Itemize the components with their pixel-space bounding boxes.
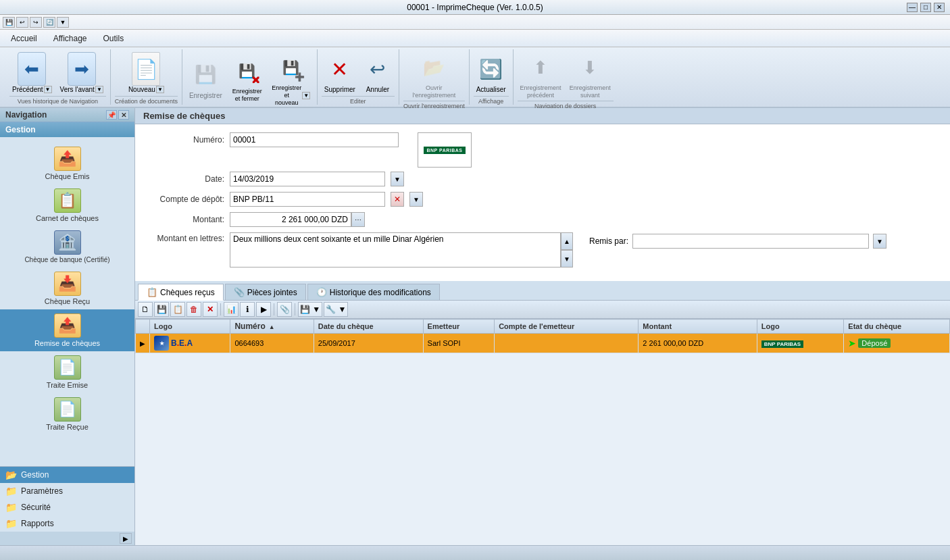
enreg-nouveau-dropdown[interactable]: ▼ bbox=[302, 92, 310, 99]
grid-btn-link[interactable]: 📎 bbox=[277, 302, 292, 317]
expand-icon[interactable]: ▶ bbox=[140, 340, 145, 347]
precedent-button[interactable]: ⬅ Précédent ▼ bbox=[9, 51, 55, 95]
remis-par-container: Remis par: ▼ bbox=[589, 234, 886, 249]
save-quick-btn[interactable]: 💾 bbox=[3, 17, 15, 28]
col-emetteur[interactable]: Emetteur bbox=[423, 320, 495, 334]
nav-item-remise-cheques[interactable]: 📤 Remise de chèques bbox=[0, 309, 134, 351]
remis-par-dropdown-btn[interactable]: ▼ bbox=[873, 234, 886, 249]
cell-montant: 2 261 000,00 DZD bbox=[639, 334, 757, 353]
vers-avant-dropdown[interactable]: ▼ bbox=[95, 86, 103, 93]
tab-pieces-jointes[interactable]: 📎 Pièces jointes bbox=[225, 284, 306, 300]
nav-expand-button[interactable]: ▶ bbox=[120, 533, 132, 544]
actualiser-button[interactable]: 🔄 Actualiser bbox=[474, 51, 509, 95]
data-grid-container: Logo Numéro ▲ Date du chèque Emetteur Co… bbox=[135, 319, 950, 353]
dropdown-quick-btn[interactable]: ▼ bbox=[57, 17, 69, 28]
nav-footer-rapports[interactable]: 📁 Rapports bbox=[0, 515, 134, 532]
numero-input[interactable] bbox=[230, 132, 399, 147]
tab-historique[interactable]: 🕐 Historique des modifications bbox=[307, 284, 440, 300]
col-numero[interactable]: Numéro ▲ bbox=[230, 320, 314, 334]
montant-input[interactable] bbox=[230, 212, 351, 227]
annuler-button[interactable]: ↩ Annuler bbox=[361, 51, 395, 95]
enreg-precedent-button[interactable]: ⬆ Enregistrementprécédent bbox=[518, 49, 564, 101]
etat-badge: ➤ Déposé bbox=[848, 338, 945, 349]
nav-footer-gestion-label: Gestion bbox=[21, 470, 49, 480]
cell-compte bbox=[495, 334, 639, 353]
redo-quick-btn[interactable]: ↪ bbox=[30, 17, 42, 28]
nav-footer: 📂 Gestion 📁 Paramètres 📁 Sécurité 📁 Rapp… bbox=[0, 466, 134, 545]
arrow-icon: ➤ bbox=[848, 338, 856, 349]
editer-group-label: Editer bbox=[322, 96, 395, 105]
nav-item-cheque-recu[interactable]: 📥 Chèque Reçu bbox=[0, 268, 134, 309]
grid-btn-play[interactable]: ▶ bbox=[256, 302, 271, 317]
grid-btn-tools-dropdown[interactable]: 🔧 ▼ bbox=[324, 302, 348, 317]
scroll-up-btn[interactable]: ▲ bbox=[561, 232, 573, 250]
cell-emetteur: Sarl SOPI bbox=[423, 334, 495, 353]
grid-btn-delete-red[interactable]: 🗑 bbox=[186, 302, 201, 317]
scroll-down-btn[interactable]: ▼ bbox=[561, 250, 573, 268]
nouveau-button[interactable]: 📄 Nouveau ▼ bbox=[126, 51, 167, 95]
close-button[interactable]: ✕ bbox=[934, 3, 945, 12]
date-dropdown-btn[interactable]: ▼ bbox=[391, 172, 404, 186]
remis-par-input[interactable] bbox=[632, 234, 869, 249]
table-row[interactable]: ▶ ★ B.E.A 0664693 25/09/2017 Sarl SOPI bbox=[136, 334, 950, 353]
nav-footer-securite[interactable]: 📁 Sécurité bbox=[0, 499, 134, 515]
tabs-bar: 📋 Chèques reçus 📎 Pièces jointes 🕐 Histo… bbox=[135, 281, 950, 301]
content-header-title: Remise de chèques bbox=[135, 108, 950, 124]
compte-dropdown-btn[interactable]: ▼ bbox=[409, 192, 423, 207]
folder-icon-parametres: 📁 bbox=[5, 486, 17, 497]
nav-item-cheque-banque[interactable]: 🏦 Chèque de banque (Certifié) bbox=[0, 226, 134, 268]
enregistrer-fermer-button[interactable]: 💾 🗙 Enregistreret fermer bbox=[228, 53, 267, 104]
nav-item-traite-emise[interactable]: 📄 Traite Emise bbox=[0, 351, 134, 393]
tab-cheques-recus[interactable]: 📋 Chèques reçus bbox=[138, 284, 224, 301]
title-text: 00001 - ImprimeCheque (Ver. 1.0.0.5) bbox=[407, 3, 543, 12]
nouveau-dropdown[interactable]: ▼ bbox=[156, 86, 164, 93]
nav-footer-gestion[interactable]: 📂 Gestion bbox=[0, 467, 134, 483]
undo-quick-btn[interactable]: ↩ bbox=[16, 17, 28, 28]
precedent-dropdown[interactable]: ▼ bbox=[44, 86, 52, 93]
window-controls: — □ ✕ bbox=[907, 3, 945, 12]
nav-footer-parametres[interactable]: 📁 Paramètres bbox=[0, 483, 134, 499]
row-expander[interactable]: ▶ bbox=[136, 334, 150, 353]
refresh-quick-btn[interactable]: 🔄 bbox=[43, 17, 55, 28]
quick-access-toolbar: 💾 ↩ ↪ 🔄 ▼ bbox=[0, 15, 950, 30]
grid-btn-save[interactable]: 💾 bbox=[154, 302, 169, 317]
minimize-button[interactable]: — bbox=[907, 3, 918, 12]
grid-btn-new[interactable]: 🗋 bbox=[138, 302, 153, 317]
enreg-suivant-button[interactable]: ⬇ Enregistrementsuivant bbox=[567, 49, 614, 101]
date-input[interactable] bbox=[230, 172, 385, 186]
col-date-cheque[interactable]: Date du chèque bbox=[314, 320, 423, 334]
vers-avant-button[interactable]: ➡ Vers l'avant ▼ bbox=[57, 51, 106, 95]
nav-section-gestion: Gestion bbox=[0, 122, 134, 137]
enregistrer-nouveau-button[interactable]: 💾 ➕ Enregistreret nouveau ▼ bbox=[270, 49, 313, 107]
grid-btn-save-dropdown[interactable]: 💾 ▼ bbox=[298, 302, 322, 317]
compte-depot-input[interactable] bbox=[230, 192, 385, 207]
grid-btn-info[interactable]: ℹ bbox=[240, 302, 255, 317]
col-logo[interactable]: Logo bbox=[150, 320, 230, 334]
nav-item-cheque-emis[interactable]: 📤 Chèque Emis bbox=[0, 143, 134, 184]
grid-btn-copy[interactable]: 📋 bbox=[170, 302, 185, 317]
compte-clear-btn[interactable]: ✕ bbox=[391, 192, 404, 207]
ouvrir-button[interactable]: 📂 Ouvrirl'enregistrement bbox=[409, 49, 458, 101]
col-logo2[interactable]: Logo bbox=[757, 320, 844, 334]
sort-arrow: ▲ bbox=[269, 324, 275, 330]
tab-pieces-icon: 📎 bbox=[234, 287, 245, 297]
col-compte-emetteur[interactable]: Compte de l'emetteur bbox=[495, 320, 639, 334]
supprimer-button[interactable]: ✕ Supprimer bbox=[322, 51, 358, 95]
menu-accueil[interactable]: Accueil bbox=[3, 32, 45, 45]
col-montant[interactable]: Montant bbox=[639, 320, 757, 334]
nav-item-carnet-cheques[interactable]: 📋 Carnet de chèques bbox=[0, 184, 134, 226]
menu-outils[interactable]: Outils bbox=[95, 32, 132, 45]
grid-btn-table[interactable]: 📊 bbox=[224, 302, 239, 317]
nav-label-traite-recue: Traite Reçue bbox=[46, 423, 89, 431]
nav-close-button[interactable]: ✕ bbox=[118, 110, 129, 120]
nav-item-traite-recue[interactable]: 📄 Traite Reçue bbox=[0, 393, 134, 435]
grid-btn-close[interactable]: ✕ bbox=[203, 302, 218, 317]
textarea-scrollbtns: ▲ ▼ bbox=[561, 232, 573, 268]
montant-lettres-textarea[interactable]: Deux millions deux cent soixante et un m… bbox=[230, 232, 561, 268]
menu-affichage[interactable]: Affichage bbox=[45, 32, 95, 45]
enregistrer-button[interactable]: 💾 Enregistrer bbox=[186, 57, 225, 101]
col-etat[interactable]: Etat du chèque bbox=[844, 320, 950, 334]
maximize-button[interactable]: □ bbox=[920, 3, 931, 12]
montant-calc-btn[interactable]: ⋯ bbox=[351, 212, 365, 227]
nav-pin-button[interactable]: 📌 bbox=[106, 110, 117, 120]
